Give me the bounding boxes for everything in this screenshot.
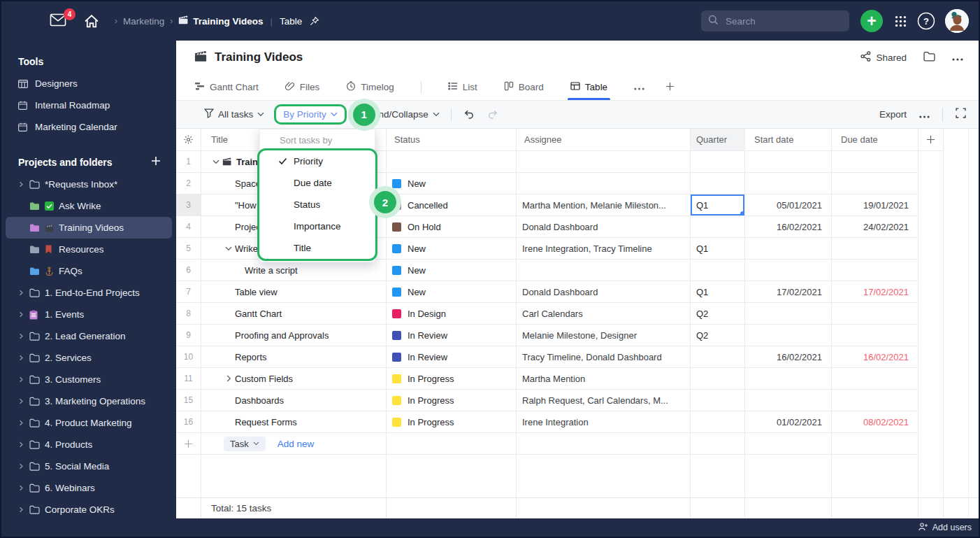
avatar[interactable] bbox=[945, 9, 969, 33]
chevron-right-icon[interactable] bbox=[18, 398, 29, 404]
chevron-right-icon[interactable] bbox=[18, 376, 29, 383]
row-number[interactable]: 4 bbox=[176, 216, 201, 238]
assignee-cell[interactable]: Tracy Timeline, Donald Dashboard bbox=[517, 346, 691, 368]
sidebar-item-corporate-okrs[interactable]: Corporate OKRs bbox=[6, 499, 172, 518]
task-title-cell[interactable]: Write a script bbox=[201, 260, 387, 281]
breadcrumb-parent[interactable]: Marketing bbox=[123, 16, 164, 27]
breadcrumb-view[interactable]: Table bbox=[280, 16, 302, 27]
chevron-right-icon[interactable] bbox=[18, 485, 29, 491]
due-date-cell[interactable]: 17/02/2021 bbox=[832, 281, 918, 303]
hamburger-menu-icon[interactable] bbox=[15, 15, 34, 27]
start-date-cell[interactable] bbox=[745, 368, 832, 390]
start-date-cell[interactable]: 17/02/2021 bbox=[745, 281, 832, 303]
start-date-cell[interactable] bbox=[745, 173, 832, 194]
sidebar-item-internal-roadmap[interactable]: Internal Roadmap bbox=[6, 94, 172, 116]
undo-icon[interactable] bbox=[463, 109, 475, 120]
due-date-cell[interactable] bbox=[832, 368, 918, 390]
row-number[interactable]: 15 bbox=[176, 390, 201, 411]
status-cell[interactable]: Cancelled bbox=[387, 194, 517, 216]
fullscreen-icon[interactable] bbox=[956, 108, 966, 121]
assignee-cell[interactable]: Irene Integration bbox=[517, 411, 691, 433]
redo-icon[interactable] bbox=[487, 109, 499, 120]
add-project-icon[interactable] bbox=[151, 156, 161, 168]
row-number[interactable]: 6 bbox=[176, 260, 201, 281]
due-date-cell[interactable] bbox=[832, 151, 918, 173]
row-number[interactable]: 9 bbox=[176, 325, 201, 346]
quarter-cell[interactable] bbox=[691, 346, 745, 368]
due-date-cell[interactable]: 16/02/2021 bbox=[832, 346, 918, 368]
due-date-cell[interactable] bbox=[832, 325, 918, 346]
start-date-cell[interactable] bbox=[745, 238, 832, 260]
add-users-label[interactable]: Add users bbox=[932, 523, 972, 532]
shared-button[interactable]: Shared bbox=[860, 51, 907, 64]
task-title-cell[interactable]: Request Forms bbox=[201, 411, 387, 433]
quarter-cell[interactable]: Q1 bbox=[691, 194, 745, 216]
assignee-cell[interactable]: Carl Calendars bbox=[517, 303, 691, 325]
search-box[interactable] bbox=[701, 10, 849, 31]
sidebar-item-2-lead-generation[interactable]: 2. Lead Generation bbox=[6, 325, 172, 347]
chevron-right-icon[interactable] bbox=[18, 311, 29, 318]
add-row-plus-icon[interactable] bbox=[176, 433, 201, 455]
sidebar-item-4-product-marketing[interactable]: 4. Product Marketing bbox=[6, 412, 172, 434]
chevron-right-icon[interactable] bbox=[18, 181, 29, 187]
due-date-cell[interactable] bbox=[832, 260, 918, 281]
inbox-button[interactable]: 4 bbox=[49, 13, 67, 29]
assignee-cell[interactable]: Melanie Milestone, Designer bbox=[517, 325, 691, 346]
status-cell[interactable]: New bbox=[387, 260, 517, 281]
create-new-button[interactable]: + bbox=[860, 10, 883, 32]
tab-gantt-chart[interactable]: Gantt Chart bbox=[194, 74, 259, 100]
sidebar-item-3-marketing-operations[interactable]: 3. Marketing Operations bbox=[6, 390, 172, 412]
status-cell[interactable] bbox=[387, 151, 517, 173]
tab-board[interactable]: Board bbox=[504, 74, 544, 100]
tab-table[interactable]: Table bbox=[570, 74, 607, 100]
sidebar-item-6-webinars[interactable]: 6. Webinars bbox=[6, 477, 172, 499]
start-date-cell[interactable]: 05/01/2021 bbox=[745, 194, 832, 216]
filter-button[interactable]: All tasks bbox=[204, 108, 264, 120]
export-button[interactable]: Export bbox=[879, 109, 907, 120]
add-column-button[interactable] bbox=[918, 129, 944, 151]
task-title-cell[interactable]: Proofing and Approvals bbox=[201, 325, 387, 346]
sidebar-item-requests-inbox[interactable]: *Requests Inbox* bbox=[6, 174, 172, 195]
assignee-cell[interactable]: Irene Integration, Tracy Timeline bbox=[517, 238, 691, 260]
quarter-cell[interactable]: Q2 bbox=[691, 325, 745, 346]
assignee-cell[interactable]: Martha Mention bbox=[517, 368, 691, 390]
chevron-right-icon[interactable] bbox=[18, 420, 29, 426]
help-icon[interactable]: ? bbox=[917, 12, 935, 30]
apps-grid-icon[interactable] bbox=[894, 15, 907, 28]
assignee-cell[interactable] bbox=[517, 151, 691, 173]
chevron-right-icon[interactable] bbox=[18, 355, 29, 361]
table-settings-button[interactable] bbox=[176, 129, 201, 151]
column-header-status[interactable]: Status bbox=[387, 129, 517, 151]
status-cell[interactable]: In Design bbox=[387, 303, 517, 325]
task-title-cell[interactable]: Dashboards bbox=[201, 390, 387, 411]
sidebar-item-3-customers[interactable]: 3. Customers bbox=[6, 369, 172, 390]
column-header-start-date[interactable]: Start date bbox=[745, 129, 832, 151]
sidebar-item-training-videos[interactable]: Training Videos bbox=[6, 217, 172, 239]
chevron-right-icon[interactable] bbox=[18, 441, 29, 448]
sort-option-importance[interactable]: Importance bbox=[260, 215, 375, 237]
tab-timelog[interactable]: Timelog bbox=[346, 74, 394, 100]
start-date-cell[interactable] bbox=[745, 151, 832, 173]
row-number[interactable]: 10 bbox=[176, 346, 201, 368]
due-date-cell[interactable] bbox=[832, 390, 918, 411]
status-cell[interactable]: In Review bbox=[387, 325, 517, 346]
status-cell[interactable]: New bbox=[387, 281, 517, 303]
add-view-button[interactable] bbox=[665, 74, 675, 100]
row-number[interactable]: 3 bbox=[176, 194, 201, 216]
chevron-right-icon[interactable] bbox=[18, 333, 29, 339]
due-date-cell[interactable] bbox=[832, 173, 918, 194]
sort-option-status[interactable]: Status bbox=[260, 194, 375, 215]
start-date-cell[interactable] bbox=[745, 325, 832, 346]
status-cell[interactable]: New bbox=[387, 238, 517, 260]
sidebar-item-marketing-calendar[interactable]: Marketing Calendar bbox=[6, 116, 172, 138]
due-date-cell[interactable]: 08/02/2021 bbox=[832, 411, 918, 433]
column-header-due-date[interactable]: Due date bbox=[832, 129, 918, 151]
task-title-cell[interactable]: Gantt Chart bbox=[201, 303, 387, 325]
task-title-cell[interactable]: Custom Fields bbox=[201, 368, 387, 390]
assignee-cell[interactable]: Donald Dashboard bbox=[517, 216, 691, 238]
row-number[interactable]: 7 bbox=[176, 281, 201, 303]
chevron-right-icon[interactable] bbox=[222, 375, 235, 382]
quarter-cell[interactable] bbox=[691, 173, 745, 194]
sidebar-item-1-events[interactable]: 1. Events bbox=[6, 304, 172, 325]
assignee-cell[interactable]: Martha Mention, Melanie Mileston... bbox=[517, 194, 691, 216]
